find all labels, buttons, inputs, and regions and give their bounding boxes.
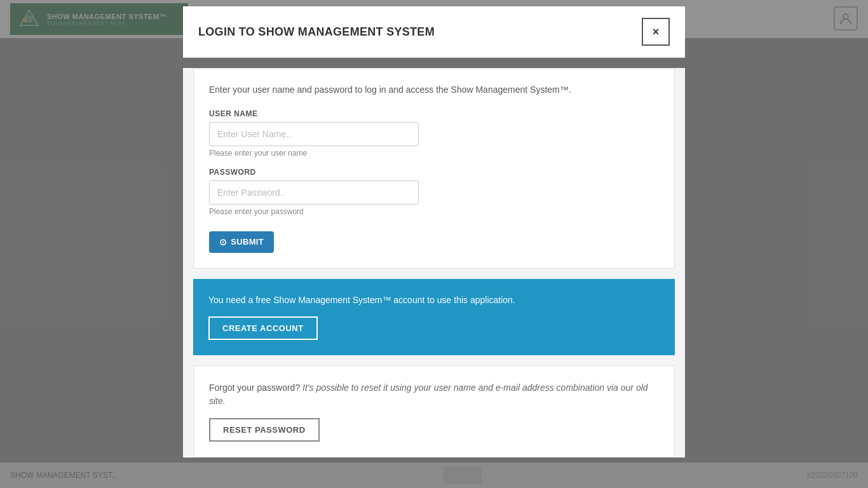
password-hint: Please enter your password xyxy=(209,207,659,216)
username-label: USER NAME xyxy=(209,109,659,118)
password-input[interactable] xyxy=(209,180,419,205)
create-account-section: You need a free Show Management System™ … xyxy=(193,279,675,356)
login-form-section: Enter your user name and password to log… xyxy=(193,68,675,269)
modal-header: LOGIN TO SHOW MANAGEMENT SYSTEM × xyxy=(183,6,685,58)
create-account-button[interactable]: CREATE ACCOUNT xyxy=(208,316,318,340)
login-modal: LOGIN TO SHOW MANAGEMENT SYSTEM × Enter … xyxy=(183,6,685,468)
modal-title: LOGIN TO SHOW MANAGEMENT SYSTEM xyxy=(198,25,435,39)
create-account-text: You need a free Show Management System™ … xyxy=(208,294,660,307)
password-label: PASSWORD xyxy=(209,168,659,177)
username-hint: Please enter your user name xyxy=(209,149,659,158)
submit-icon: ⊙ xyxy=(219,237,227,247)
password-field-group: PASSWORD Please enter your password xyxy=(209,168,659,216)
username-field-group: USER NAME Please enter your user name xyxy=(209,109,659,158)
reset-password-section: Forgot your password? It's possible to r… xyxy=(193,365,675,458)
reset-password-text: Forgot your password? It's possible to r… xyxy=(209,381,659,408)
modal-body: Enter your user name and password to log… xyxy=(183,68,685,458)
reset-password-button[interactable]: RESET PASSWORD xyxy=(209,418,320,442)
modal-close-button[interactable]: × xyxy=(642,18,670,46)
submit-button[interactable]: ⊙ SUBMIT xyxy=(209,231,274,253)
login-intro-text: Enter your user name and password to log… xyxy=(209,84,659,97)
submit-label: SUBMIT xyxy=(231,237,264,247)
username-input[interactable] xyxy=(209,122,419,146)
reset-text-static: Forgot your password? xyxy=(209,383,300,393)
